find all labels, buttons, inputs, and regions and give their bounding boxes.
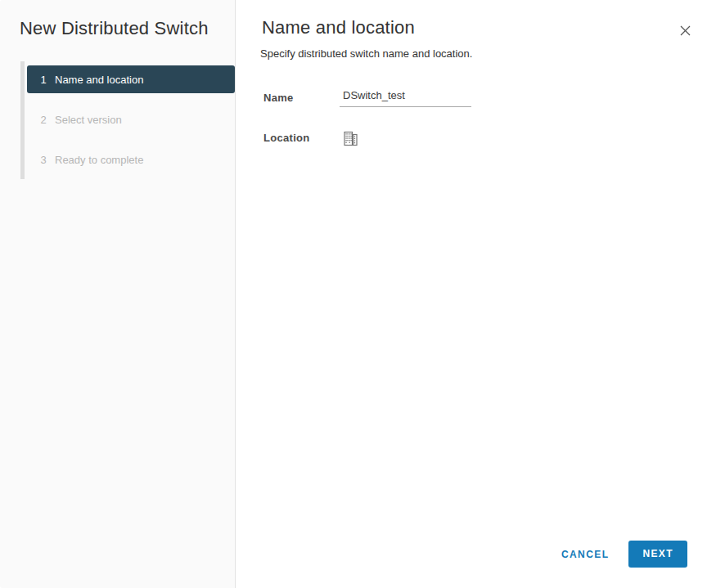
step-number: 2: [39, 114, 47, 126]
step-label: Name and location: [55, 74, 143, 86]
close-button[interactable]: [676, 21, 694, 39]
step-number: 3: [39, 154, 47, 166]
location-field-label: Location: [263, 132, 310, 144]
wizard-footer: CANCEL NEXT: [558, 541, 687, 568]
datacenter-icon: [344, 131, 358, 146]
step-select-version[interactable]: 2 Select version: [27, 105, 235, 133]
page-title: Name and location: [262, 17, 415, 38]
step-number: 1: [39, 74, 47, 86]
next-button[interactable]: NEXT: [628, 541, 687, 568]
name-input[interactable]: [340, 86, 471, 107]
location-picker[interactable]: [341, 129, 359, 147]
close-icon: [679, 25, 691, 37]
name-field-label: Name: [263, 92, 294, 104]
wizard-page: Name and location Specify distributed sw…: [236, 0, 707, 588]
wizard-sidebar: New Distributed Switch 1 Name and locati…: [0, 0, 236, 588]
new-distributed-switch-dialog: New Distributed Switch 1 Name and locati…: [0, 0, 707, 588]
steps-track: [20, 61, 25, 179]
wizard-title: New Distributed Switch: [20, 18, 209, 39]
step-label: Select version: [55, 114, 122, 126]
step-ready-to-complete[interactable]: 3 Ready to complete: [27, 146, 235, 173]
step-label: Ready to complete: [55, 154, 143, 166]
page-subtitle: Specify distributed switch name and loca…: [260, 47, 472, 60]
cancel-button[interactable]: CANCEL: [558, 542, 612, 567]
step-name-and-location[interactable]: 1 Name and location: [27, 65, 235, 93]
